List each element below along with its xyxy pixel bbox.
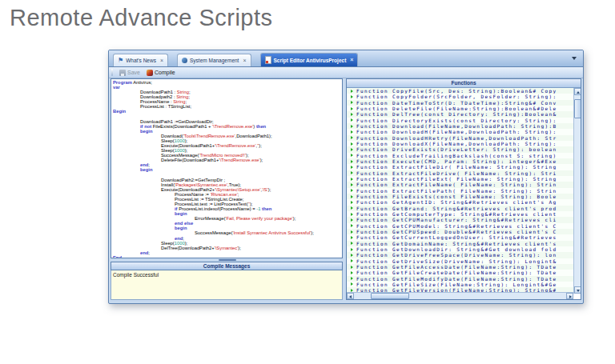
function-marker-icon xyxy=(351,218,353,222)
scroll-up-icon[interactable] xyxy=(574,88,581,95)
function-marker-icon xyxy=(351,113,353,116)
function-item[interactable]: Function DriveExists(DriveLetter: String… xyxy=(347,146,573,152)
function-signature: Function GetCPUModel: String&#Retrieves … xyxy=(356,223,557,229)
scroll-down-icon[interactable] xyxy=(574,286,581,294)
function-item[interactable]: Function GetCPUSpeed: Double&#Retrieves … xyxy=(347,229,573,234)
function-signature: Function ExtractFileDrive( FileName: Str… xyxy=(356,170,557,176)
function-marker-icon xyxy=(351,142,353,146)
function-item[interactable]: Function DownloadH(FileName,DownloadPath… xyxy=(347,129,573,134)
function-signature: Function GetFileSize(FileName:String): L… xyxy=(356,282,557,287)
compile-messages-header: Compile Messages xyxy=(111,262,343,270)
function-item[interactable]: Function GetFileAccessDate(FileName:Stri… xyxy=(347,264,573,270)
scroll-left-icon[interactable] xyxy=(347,293,354,299)
function-marker-icon xyxy=(351,107,353,110)
horizontal-scrollbar[interactable] xyxy=(347,292,573,299)
tab-script-editor[interactable]: Script Editor AntivirusProject× xyxy=(260,53,359,66)
whats-news-icon xyxy=(118,58,123,64)
function-item[interactable]: Function Execute(CMD, Param: String): in… xyxy=(347,158,573,164)
function-item[interactable]: Function FileExists(const FileName: Stri… xyxy=(347,194,573,199)
function-signature: Function DownloadHRetry(FileName,Downloa… xyxy=(356,135,557,141)
function-marker-icon xyxy=(351,248,353,251)
tab-close-icon[interactable]: × xyxy=(350,58,353,62)
function-marker-icon xyxy=(351,118,353,122)
function-item[interactable]: Function DownloadHRetry(FileName,Downloa… xyxy=(347,135,573,141)
function-signature: Function FileExists(const FileName: Stri… xyxy=(356,194,557,199)
function-item[interactable]: Function GetDomainName: String&#Retrieve… xyxy=(347,241,573,246)
function-signature: Function Execute(CMD, Param: String): in… xyxy=(356,158,557,164)
toolbar-grip[interactable] xyxy=(111,69,113,76)
system-management-icon xyxy=(182,58,187,63)
function-item[interactable]: Function DownloadX(FileName,DownloadPath… xyxy=(347,141,573,146)
function-item[interactable]: Function DateTimeToStr(D: TDateTime):Str… xyxy=(347,100,573,106)
function-signature: Function GetDomainName: String&#Retrieve… xyxy=(356,241,557,246)
page: Remote Advance Scripts What's News×Syste… xyxy=(0,0,615,364)
function-item[interactable]: Function ExtractFilePath( FileName: Stri… xyxy=(347,188,573,194)
function-item[interactable]: Function GetCPUModel: String&#Retrieves … xyxy=(347,223,573,229)
function-item[interactable]: Function CopyFolder(SrcFolder, DesFolder… xyxy=(347,94,573,99)
function-signature: Function DirectoryExists(const Directory… xyxy=(356,118,557,123)
save-button[interactable]: Save xyxy=(116,68,143,78)
tab-system-management[interactable]: System Management× xyxy=(177,54,251,66)
tab-close-icon[interactable]: × xyxy=(243,58,246,63)
function-item[interactable]: Function ExtractFileName( FileName: Stri… xyxy=(347,182,573,187)
function-item[interactable]: Function GetAgentID: String&#Retrieves c… xyxy=(347,199,573,205)
function-item[interactable]: Function GetFileCreateDate(FileName:Stri… xyxy=(347,270,573,275)
tab-list-dropdown-button[interactable] xyxy=(571,55,578,62)
function-marker-icon xyxy=(351,178,353,181)
compile-button-label: Compile xyxy=(155,70,175,75)
function-item[interactable]: Function ExcludeTrailingBackslash(const … xyxy=(347,153,573,158)
function-item[interactable]: Function GetFileSize(FileName:String): L… xyxy=(347,282,573,287)
function-item[interactable]: Function GetDriveSize(DriveName: String)… xyxy=(347,258,573,264)
scroll-right-icon[interactable] xyxy=(566,293,573,299)
function-marker-icon xyxy=(351,213,353,216)
function-marker-icon xyxy=(351,101,353,104)
function-item[interactable]: Function GetDriveFreeSpace(DriveName: St… xyxy=(347,252,573,258)
function-marker-icon xyxy=(351,236,353,239)
function-marker-icon xyxy=(351,166,353,169)
function-item[interactable]: Function DirectoryExists(const Directory… xyxy=(347,118,573,123)
vertical-scrollbar-thumb[interactable] xyxy=(574,99,581,118)
function-item[interactable]: Function ExtractFileDir( FileName: Strin… xyxy=(347,164,573,170)
function-marker-icon xyxy=(351,201,353,204)
function-signature: Function GetFileCreateDate(FileName:Stri… xyxy=(356,270,557,275)
function-item[interactable]: Function DelTree(const Directory: String… xyxy=(347,111,573,117)
function-item[interactable]: Function GetCPUManufacturer: String&#Ret… xyxy=(347,217,573,222)
function-signature: Function ExtractFileName( FileName: Stri… xyxy=(356,182,557,187)
function-item[interactable]: Function GetDownloadDir: String&#Get dow… xyxy=(347,246,573,252)
function-marker-icon xyxy=(351,95,353,98)
function-item[interactable]: Function GetFileModifyDate(FileName:Stri… xyxy=(347,276,573,282)
code-editor[interactable]: Program Antivirus;varDownloadPath1 : Str… xyxy=(111,78,343,258)
function-signature: Function ExcludeTrailingBackslash(const … xyxy=(356,153,557,158)
function-signature: Function Download(FileName,DownloadPath:… xyxy=(356,123,557,129)
function-signature: Function GetCurrentLoggedOnUser: String&… xyxy=(356,234,557,240)
function-marker-icon xyxy=(351,171,353,174)
function-item[interactable]: Function DeleteFile(FileName:String):Boo… xyxy=(347,106,573,111)
function-marker-icon xyxy=(351,277,353,280)
function-signature: Function GetDriveSize(DriveName: String)… xyxy=(356,258,557,264)
function-marker-icon xyxy=(351,206,353,210)
function-marker-icon xyxy=(351,254,353,257)
function-signature: Function CopyFolder(SrcFolder, DesFolder… xyxy=(356,94,557,99)
function-signature: Function GetFileModifyDate(FileName:Stri… xyxy=(356,276,557,282)
function-item[interactable]: Function ExtractFileExt( FileName: Strin… xyxy=(347,176,573,182)
function-item[interactable]: Function Download(FileName,DownloadPath:… xyxy=(347,123,573,129)
function-item[interactable]: Function GetComputerType: String&#Retrie… xyxy=(347,211,573,217)
function-signature: Function CopyFile(Src, Des: String):Bool… xyxy=(356,88,557,94)
save-icon xyxy=(119,70,126,76)
function-marker-icon xyxy=(351,230,353,234)
tab-whats-news[interactable]: What's News× xyxy=(113,54,168,66)
tab-close-icon[interactable]: × xyxy=(160,58,163,63)
app-window: What's News×System Management×Script Edi… xyxy=(108,50,584,304)
function-marker-icon xyxy=(351,195,353,198)
compile-button[interactable]: Compile xyxy=(143,68,179,78)
vertical-scrollbar[interactable] xyxy=(573,88,581,294)
tab-bar: What's News×System Management×Script Edi… xyxy=(109,50,583,67)
function-item[interactable]: Function CopyFile(Src, Des: String):Bool… xyxy=(347,88,573,94)
function-item[interactable]: Function ExtractFileDrive( FileName: Str… xyxy=(347,170,573,176)
save-button-label: Save xyxy=(127,70,140,75)
function-item[interactable]: Function GetBrand: String&#Retrieves cli… xyxy=(347,206,573,211)
function-item[interactable]: Function GetCurrentLoggedOnUser: String&… xyxy=(347,234,573,240)
function-signature: Function GetDownloadDir: String&#Get dow… xyxy=(356,246,557,252)
script-editor-icon xyxy=(265,56,271,64)
horizontal-scrollbar-thumb[interactable] xyxy=(371,293,409,299)
